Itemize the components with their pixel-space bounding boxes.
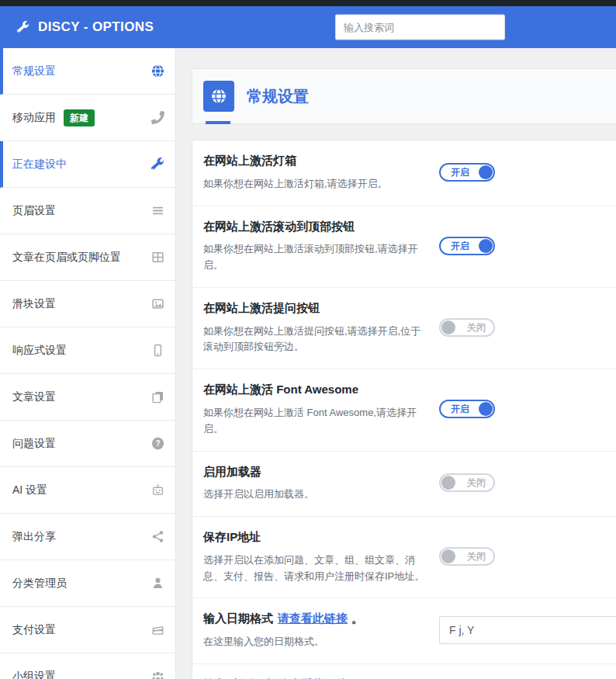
main-panel: 常规设置 在网站上激活灯箱 如果你想在网站上激活灯箱,请选择开启。 开启: [176, 48, 616, 679]
section-header: 常规设置: [192, 68, 616, 124]
setting-description: 选择开启以在添加问题、文章、组、组文章、消息、支付、报告、请求和用户注册时保存I…: [203, 553, 425, 585]
setting-description: 如果你想在网站上激活灯箱,请选择开启。: [203, 176, 425, 192]
sidebar-item-label: AI 设置: [12, 483, 47, 497]
svg-text:?: ?: [155, 439, 160, 448]
app-title: DISCY - OPTIONS: [38, 19, 154, 35]
sidebar-item-responsive-settings[interactable]: 响应式设置: [0, 327, 175, 374]
setting-title: 启用加载器: [203, 463, 425, 480]
font-awesome-toggle[interactable]: 开启: [439, 400, 495, 418]
scroll-top-toggle[interactable]: 开启: [439, 237, 495, 255]
ai-icon: [151, 483, 164, 497]
sidebar-item-label: 常规设置: [12, 64, 56, 78]
toggle-knob: [441, 320, 455, 334]
sidebar-item-header-settings[interactable]: 页眉设置: [0, 188, 175, 234]
sidebar-item-popup-share[interactable]: 弹出分享: [0, 514, 175, 560]
mobile-icon: [151, 344, 164, 357]
sidebar-item-mobile-app[interactable]: 移动应用 新建: [0, 95, 175, 141]
setting-row-lightbox: 在网站上激活灯箱 如果你想在网站上激活灯箱,请选择开启。 开启: [192, 140, 616, 206]
sidebar-item-payment-settings[interactable]: 支付设置: [0, 607, 175, 653]
setting-description: 选择开启以启用加载器。: [203, 487, 425, 503]
setting-title: 保存IP地址: [203, 528, 425, 546]
sidebar-item-label: 分类管理员: [12, 577, 67, 591]
admin-top-strip: [0, 0, 616, 6]
sidebar-item-label: 支付设置: [12, 623, 56, 637]
money-icon: [151, 623, 164, 636]
globe-icon: [151, 64, 164, 78]
sidebar-item-group-settings[interactable]: 小组设置: [0, 653, 175, 679]
wrench-icon: [17, 21, 29, 33]
sidebar-item-label: 正在建设中: [12, 158, 67, 171]
toggle-state-label: 关闭: [467, 323, 486, 332]
sidebar-item-general-settings[interactable]: 常规设置: [0, 48, 175, 95]
sidebar-item-label: 小组设置: [12, 670, 56, 679]
sidebar-item-label: 问题设置: [12, 437, 56, 451]
sidebar-item-label: 弹出分享: [12, 530, 56, 544]
table-icon: [151, 251, 164, 264]
toggle-state-label: 关闭: [467, 552, 486, 561]
setting-title: 在网站上激活滚动到顶部按钮: [203, 218, 425, 235]
toggle-state-label: 开启: [451, 404, 469, 414]
toggle-knob: [441, 549, 455, 563]
users-icon: [151, 670, 164, 679]
sidebar-item-article-position[interactable]: 文章在页眉或页脚位置: [0, 234, 175, 281]
active-tab-indicator: [206, 121, 230, 124]
setting-row-ask-button: 在网站上激活提问按钮 如果你想在网站上激活提问按钮,请选择开启,位于滚动到顶部按…: [192, 288, 616, 369]
user-icon: [151, 577, 164, 590]
sidebar-item-label: 文章在页眉或页脚位置: [12, 251, 121, 265]
sidebar-item-label: 页眉设置: [12, 204, 56, 218]
sidebar-item-article-settings[interactable]: 文章设置: [0, 374, 175, 421]
setting-row-loader: 启用加载器 选择开启以启用加载器。 关闭: [192, 452, 616, 518]
sidebar-item-slider-settings[interactable]: 滑块设置: [0, 281, 175, 327]
sidebar-item-question-settings[interactable]: 问题设置 ?: [0, 421, 175, 467]
phone-icon: [151, 111, 164, 124]
bars-icon: [151, 204, 164, 217]
globe-icon: [203, 81, 234, 112]
question-icon: ?: [151, 437, 164, 450]
toggle-knob: [479, 165, 493, 179]
ask-button-toggle[interactable]: 关闭: [439, 318, 495, 337]
sidebar-item-label: 文章设置: [12, 390, 56, 404]
new-badge: 新建: [64, 109, 95, 126]
setting-description: 在这里输入您的日期格式。: [203, 634, 425, 650]
sidebar-item-under-construction[interactable]: 正在建设中: [0, 141, 175, 188]
loader-toggle[interactable]: 关闭: [439, 473, 495, 492]
date-format-input[interactable]: [439, 616, 616, 644]
setting-title: 在网站上激活提问按钮: [203, 300, 425, 317]
toggle-state-label: 关闭: [467, 478, 486, 487]
sidebar-item-label: 响应式设置: [12, 344, 67, 358]
images-icon: [151, 297, 164, 310]
settings-list: 在网站上激活灯箱 如果你想在网站上激活灯箱,请选择开启。 开启 在网站上激活滚动…: [192, 140, 616, 679]
sidebar-item-label: 移动应用: [12, 111, 56, 125]
share-icon: [151, 530, 164, 543]
toggle-state-label: 开启: [451, 168, 469, 177]
copy-icon: [151, 390, 164, 404]
toggle-state-label: 开启: [451, 241, 469, 251]
wrench-icon: [151, 158, 164, 171]
setting-row-time-format: 输入时间格式请查看此链接。 在这里输入您的时间格式。: [192, 664, 616, 679]
sidebar-item-ai-settings[interactable]: AI 设置: [0, 467, 175, 514]
toggle-knob: [441, 476, 455, 490]
sidebar-item-category-admin[interactable]: 分类管理员: [0, 560, 175, 607]
setting-description: 如果你想在网站上激活 Font Awesome,请选择开启。: [203, 405, 425, 438]
date-format-help-link[interactable]: 请查看此链接: [278, 611, 348, 625]
sidebar: 常规设置 移动应用 新建 正在建设中 页眉设置 文章在页眉或页脚位置 滑块设置 …: [0, 48, 176, 679]
page-title: 常规设置: [247, 86, 309, 107]
toggle-knob: [479, 402, 493, 416]
setting-row-save-ip: 保存IP地址 选择开启以在添加问题、文章、组、组文章、消息、支付、报告、请求和用…: [192, 517, 616, 598]
lightbox-toggle[interactable]: 开启: [439, 163, 495, 182]
search-input[interactable]: [335, 15, 505, 40]
setting-title: 在网站上激活 Font Awesome: [203, 381, 425, 398]
content-area: 常规设置 移动应用 新建 正在建设中 页眉设置 文章在页眉或页脚位置 滑块设置 …: [0, 48, 616, 679]
toggle-knob: [479, 239, 493, 253]
setting-title: 输入日期格式请查看此链接。: [203, 610, 425, 627]
setting-description: 如果你想在网站上激活滚动到顶部按钮,请选择开启。: [203, 241, 425, 274]
setting-title: 在网站上激活灯箱: [203, 152, 425, 169]
setting-row-font-awesome: 在网站上激活 Font Awesome 如果你想在网站上激活 Font Awes…: [192, 369, 616, 451]
sidebar-item-label: 滑块设置: [12, 297, 56, 311]
setting-row-scroll-top: 在网站上激活滚动到顶部按钮 如果你想在网站上激活滚动到顶部按钮,请选择开启。 开…: [192, 206, 616, 288]
setting-row-date-format: 输入日期格式请查看此链接。 在这里输入您的日期格式。: [192, 598, 616, 664]
app-header: DISCY - OPTIONS: [0, 6, 616, 48]
setting-title: 输入时间格式请查看此链接。: [203, 676, 425, 679]
save-ip-toggle[interactable]: 关闭: [439, 547, 495, 566]
setting-description: 如果你想在网站上激活提问按钮,请选择开启,位于滚动到顶部按钮旁边。: [203, 324, 425, 356]
